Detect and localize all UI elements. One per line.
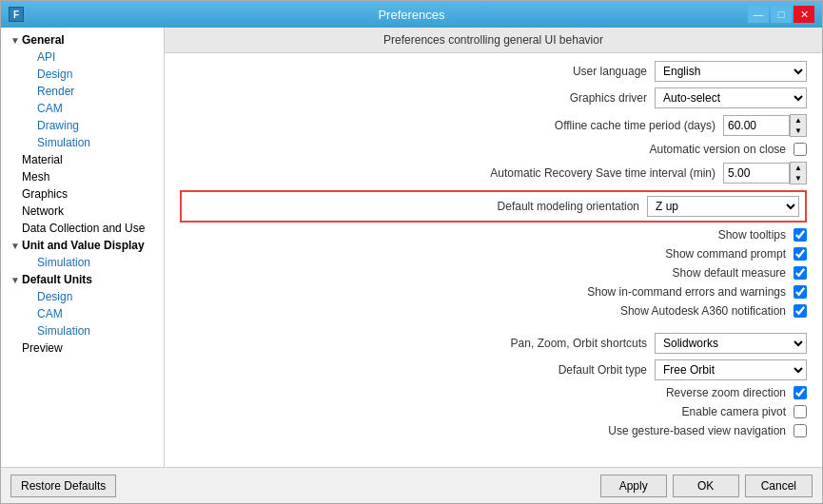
camera-pivot-label: Enable camera pivot [596, 405, 786, 418]
recovery-control: 5.00 ▲ ▼ [723, 162, 807, 184]
sidebar-label-cam-general: CAM [37, 102, 63, 115]
show-a360-control [794, 304, 807, 318]
show-incommand-checkbox[interactable] [794, 285, 807, 299]
pan-zoom-label: Pan, Zoom, Orbit shortcuts [457, 337, 647, 350]
graphics-driver-row: Graphics driver Auto-select DirectX 11 O… [180, 87, 807, 108]
sidebar-label-unit-value: Unit and Value Display [22, 239, 145, 252]
sidebar-label-mesh: Mesh [22, 170, 49, 184]
show-tooltips-label: Show tooltips [596, 228, 786, 242]
sidebar-item-drawing[interactable]: Drawing [1, 117, 164, 134]
toggle-icon-general: ▼ [9, 35, 22, 46]
camera-pivot-checkbox[interactable] [794, 405, 807, 418]
window-title: Preferences [0, 8, 823, 22]
default-orbit-select[interactable]: Free Orbit Constrained Orbit [655, 359, 807, 380]
auto-version-checkbox[interactable] [794, 143, 807, 156]
pan-zoom-control: Solidworks Fusion 360 Inventor [655, 333, 807, 354]
sidebar-item-default-units[interactable]: ▼Default Units [1, 271, 164, 288]
sidebar-item-general[interactable]: ▼General [1, 31, 164, 48]
sidebar-item-cam2[interactable]: CAM [1, 305, 164, 322]
user-language-select[interactable]: English French German [655, 61, 807, 82]
settings-area: User language English French German Grap… [165, 53, 822, 467]
sidebar-label-default-units: Default Units [22, 273, 92, 286]
cache-time-input[interactable]: 60.00 [723, 115, 790, 136]
footer-buttons: Apply OK Cancel [600, 475, 813, 497]
cache-time-label: Offline cache time period (days) [525, 119, 715, 132]
user-language-row: User language English French German [180, 61, 807, 82]
footer: Restore Defaults Apply OK Cancel [1, 467, 822, 503]
sidebar-label-simulation3: Simulation [37, 324, 90, 338]
ok-button[interactable]: OK [673, 475, 739, 497]
cache-time-down[interactable]: ▼ [791, 126, 806, 136]
minimize-button[interactable]: — [748, 6, 769, 23]
show-measure-checkbox[interactable] [794, 266, 807, 280]
sidebar-label-render: Render [37, 85, 74, 98]
show-a360-row: Show Autodesk A360 notification [180, 304, 807, 318]
close-button[interactable]: ✕ [794, 6, 814, 23]
modeling-orientation-select[interactable]: Z up Y up [647, 196, 799, 217]
recovery-up[interactable]: ▲ [791, 163, 806, 173]
sidebar-label-cam2: CAM [37, 307, 63, 320]
sidebar-item-preview[interactable]: Preview [1, 339, 164, 357]
sidebar-item-cam-general[interactable]: CAM [1, 100, 164, 117]
show-command-checkbox[interactable] [794, 247, 807, 261]
show-command-label: Show command prompt [596, 247, 786, 261]
sidebar-item-data-collection[interactable]: Data Collection and Use [1, 220, 164, 237]
reverse-zoom-row: Reverse zoom direction [180, 386, 807, 399]
pan-zoom-row: Pan, Zoom, Orbit shortcuts Solidworks Fu… [180, 333, 807, 354]
sidebar-label-network: Network [22, 204, 64, 218]
sidebar-label-simulation: Simulation [37, 136, 90, 149]
recovery-input[interactable]: 5.00 [723, 163, 790, 184]
sidebar-item-network[interactable]: Network [1, 203, 164, 220]
restore-defaults-button[interactable]: Restore Defaults [10, 475, 116, 497]
maximize-button[interactable]: □ [771, 6, 792, 23]
window-controls: — □ ✕ [748, 6, 814, 23]
show-command-row: Show command prompt [180, 247, 807, 261]
reverse-zoom-checkbox[interactable] [794, 386, 807, 399]
sidebar-item-unit-value[interactable]: ▼Unit and Value Display [1, 237, 164, 254]
sidebar-label-design2: Design [37, 290, 72, 303]
sidebar-label-design: Design [37, 68, 72, 81]
sidebar-item-mesh[interactable]: Mesh [1, 168, 164, 185]
show-incommand-control [794, 285, 807, 299]
sidebar-item-render[interactable]: Render [1, 83, 164, 100]
show-a360-label: Show Autodesk A360 notification [596, 304, 786, 318]
sidebar-item-material[interactable]: Material [1, 151, 164, 168]
default-orbit-label: Default Orbit type [457, 363, 647, 377]
apply-button[interactable]: Apply [600, 475, 667, 497]
toggle-icon-unit-value: ▼ [9, 241, 22, 251]
sidebar-item-api[interactable]: API [1, 48, 164, 66]
show-measure-control [794, 266, 807, 280]
app-icon: F [9, 7, 24, 22]
main-content: ▼GeneralAPIDesignRenderCAMDrawingSimulat… [1, 28, 822, 467]
recovery-spinner: ▲ ▼ [790, 162, 807, 184]
graphics-driver-label: Graphics driver [457, 91, 647, 105]
camera-pivot-row: Enable camera pivot [180, 405, 807, 418]
gesture-nav-row: Use gesture-based view navigation [180, 424, 807, 437]
show-tooltips-row: Show tooltips [180, 228, 807, 242]
sidebar-item-simulation3[interactable]: Simulation [1, 322, 164, 339]
sidebar-item-simulation2[interactable]: Simulation [1, 254, 164, 271]
show-measure-row: Show default measure [180, 266, 807, 280]
default-orbit-row: Default Orbit type Free Orbit Constraine… [180, 359, 807, 380]
graphics-driver-select[interactable]: Auto-select DirectX 11 OpenGL [655, 87, 807, 108]
cache-time-up[interactable]: ▲ [791, 115, 806, 126]
show-a360-checkbox[interactable] [794, 304, 807, 318]
sidebar-item-simulation[interactable]: Simulation [1, 134, 164, 151]
sidebar-label-preview: Preview [22, 341, 63, 355]
recovery-down[interactable]: ▼ [791, 173, 806, 184]
cache-time-control: 60.00 ▲ ▼ [723, 114, 807, 137]
gesture-nav-checkbox[interactable] [794, 424, 807, 437]
recovery-label: Automatic Recovery Save time interval (m… [490, 166, 715, 180]
sidebar-item-graphics[interactable]: Graphics [1, 185, 164, 203]
reverse-zoom-label: Reverse zoom direction [596, 386, 786, 399]
show-tooltips-checkbox[interactable] [794, 228, 807, 242]
sidebar-item-design2[interactable]: Design [1, 288, 164, 305]
gesture-nav-label: Use gesture-based view navigation [596, 424, 786, 437]
auto-version-control [794, 143, 807, 156]
sidebar-label-drawing: Drawing [37, 119, 79, 132]
pan-zoom-select[interactable]: Solidworks Fusion 360 Inventor [655, 333, 807, 354]
main-panel: Preferences controlling general UI behav… [165, 28, 822, 467]
cancel-button[interactable]: Cancel [745, 475, 813, 497]
default-orbit-control: Free Orbit Constrained Orbit [655, 359, 807, 380]
sidebar-item-design[interactable]: Design [1, 66, 164, 83]
